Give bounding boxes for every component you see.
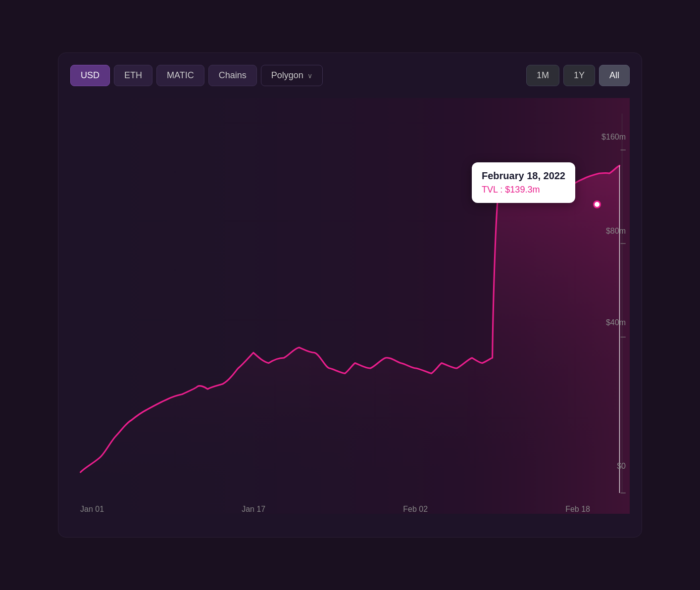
time-all[interactable]: All (599, 65, 630, 86)
y-label-40m: $40m (606, 318, 626, 327)
tooltip-tvl: TVL : $139.3m (482, 185, 565, 195)
x-label-feb18: Feb 18 (565, 505, 590, 514)
toolbar-right: 1M 1Y All (526, 65, 630, 86)
y-label-80m: $80m (606, 227, 626, 236)
x-label-jan17: Jan 17 (242, 505, 265, 514)
chain-dropdown[interactable]: Polygon ∨ (261, 65, 323, 86)
y-label-0: $0 (617, 462, 626, 471)
tooltip-date: February 18, 2022 (482, 170, 565, 182)
chart-tooltip: February 18, 2022 TVL : $139.3m (472, 162, 575, 203)
y-label-160m: $160m (601, 133, 626, 142)
dropdown-label: Polygon (271, 70, 303, 81)
time-1m[interactable]: 1M (526, 65, 559, 86)
x-label-jan01: Jan 01 (80, 505, 104, 514)
filter-usd[interactable]: USD (70, 65, 110, 86)
chevron-down-icon: ∨ (307, 72, 312, 80)
filter-eth[interactable]: ETH (114, 65, 152, 86)
chart-area: February 18, 2022 TVL : $139.3m $160m $8… (70, 98, 630, 514)
tvl-chart (70, 98, 630, 514)
x-label-feb02: Feb 02 (403, 505, 428, 514)
filter-chains[interactable]: Chains (208, 65, 257, 86)
time-1y[interactable]: 1Y (563, 65, 595, 86)
filter-matic[interactable]: MATIC (156, 65, 204, 86)
toolbar-left: USD ETH MATIC Chains Polygon ∨ (70, 65, 323, 86)
chart-container: USD ETH MATIC Chains Polygon ∨ 1M 1Y All (58, 52, 642, 538)
chart-dot-indicator (593, 200, 601, 208)
toolbar: USD ETH MATIC Chains Polygon ∨ 1M 1Y All (70, 65, 630, 86)
